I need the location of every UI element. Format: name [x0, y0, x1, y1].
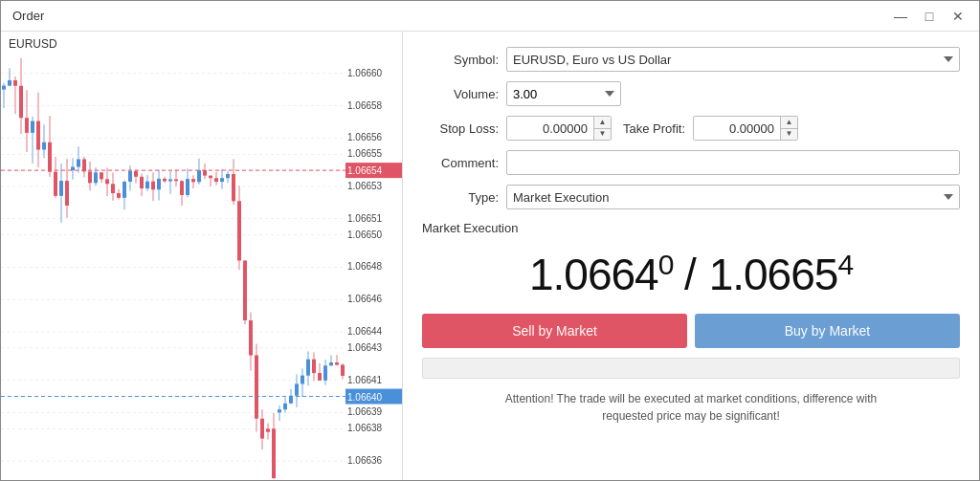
symbol-label: Symbol:	[422, 53, 499, 67]
comment-label: Comment:	[422, 156, 499, 170]
comment-input[interactable]	[506, 150, 960, 175]
take-profit-input[interactable]: 0.00000	[694, 117, 780, 140]
take-profit-group: Take Profit: 0.00000 ▲ ▼	[623, 116, 798, 141]
trade-buttons-row: Sell by Market Buy by Market	[422, 314, 960, 348]
symbol-row: Symbol: EURUSD, Euro vs US Dollar	[422, 47, 960, 72]
window-title: Order	[12, 9, 44, 23]
close-button[interactable]: ✕	[948, 7, 968, 26]
ask-price-display: 1.06654	[709, 250, 853, 299]
take-profit-down-button[interactable]: ▼	[781, 129, 797, 141]
maximize-button[interactable]: □	[920, 7, 939, 26]
stop-loss-down-button[interactable]: ▼	[594, 129, 611, 141]
take-profit-spin-buttons: ▲ ▼	[780, 117, 797, 140]
sell-by-market-button[interactable]: Sell by Market	[422, 314, 687, 348]
stop-loss-up-button[interactable]: ▲	[594, 117, 611, 129]
bid-superscript: 0	[658, 249, 674, 280]
order-window: Order — □ ✕ EURUSD Symbol: EURUSD, Euro …	[0, 0, 980, 481]
stop-loss-label: Stop Loss:	[422, 121, 499, 136]
price-chart	[1, 32, 403, 480]
type-label: Type:	[422, 190, 499, 205]
right-panel: Symbol: EURUSD, Euro vs US Dollar Volume…	[403, 32, 979, 480]
chart-panel: EURUSD	[1, 32, 403, 480]
stop-loss-spin-buttons: ▲ ▼	[593, 117, 611, 140]
take-profit-label: Take Profit:	[623, 121, 685, 136]
sl-tp-row: Stop Loss: 0.00000 ▲ ▼ Take Profit: 0.00…	[422, 116, 960, 141]
take-profit-spinner: 0.00000 ▲ ▼	[693, 116, 798, 141]
stop-loss-spinner: 0.00000 ▲ ▼	[506, 116, 612, 141]
attention-text: Attention! The trade will be executed at…	[422, 390, 960, 425]
buy-by-market-button[interactable]: Buy by Market	[695, 314, 960, 348]
take-profit-up-button[interactable]: ▲	[781, 117, 797, 129]
symbol-select[interactable]: EURUSD, Euro vs US Dollar	[506, 47, 960, 72]
window-body: EURUSD Symbol: EURUSD, Euro vs US Dollar…	[1, 32, 979, 480]
stop-loss-group: Stop Loss: 0.00000 ▲ ▼	[422, 116, 612, 141]
minimize-button[interactable]: —	[891, 7, 910, 26]
type-select[interactable]: Market Execution	[506, 185, 960, 209]
ask-superscript: 4	[837, 249, 853, 280]
volume-label: Volume:	[422, 87, 499, 101]
type-row: Type: Market Execution	[422, 185, 960, 209]
volume-select[interactable]: 3.00	[506, 81, 621, 106]
price-separator: /	[684, 250, 709, 299]
progress-bar	[422, 358, 960, 379]
bid-price-display: 1.06640	[529, 250, 684, 299]
price-display: 1.06640 / 1.06654	[422, 249, 960, 300]
window-controls: — □ ✕	[891, 7, 968, 26]
title-bar: Order — □ ✕	[1, 1, 979, 32]
stop-loss-input[interactable]: 0.00000	[507, 117, 593, 140]
volume-row: Volume: 3.00	[422, 81, 960, 106]
chart-symbol-label: EURUSD	[9, 37, 57, 51]
comment-row: Comment:	[422, 150, 960, 175]
market-execution-label: Market Execution	[422, 221, 960, 235]
